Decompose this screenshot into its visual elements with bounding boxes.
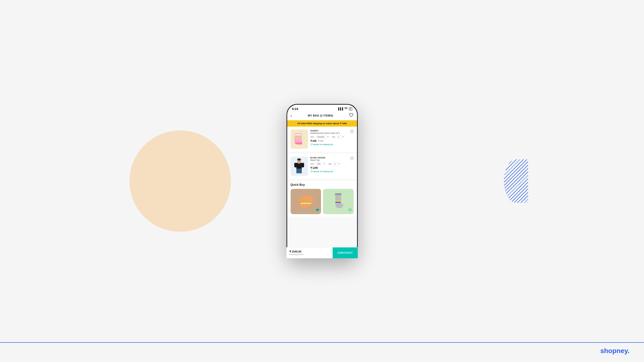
item-1-price: ₹ 246	[310, 140, 316, 142]
bg-circle	[130, 131, 231, 232]
qty-label-1: Qty:	[332, 136, 336, 138]
size-select-wrapper-1[interactable]: Onesize ▾	[316, 135, 328, 138]
quick-buy-grid	[290, 189, 354, 214]
wishlist-btn-1[interactable]: MOVE TO WISHLIST	[310, 144, 354, 146]
item-2-price: ₹ 1299	[310, 167, 318, 169]
checkout-button[interactable]: CHECKOUT	[333, 247, 357, 258]
signal-icon: ▐▐▐	[338, 107, 343, 110]
svg-rect-17	[335, 193, 342, 195]
total-tax-note: (Including taxes)	[290, 253, 330, 255]
svg-rect-2	[295, 136, 301, 137]
qty-select-1[interactable]: 1 2 3	[337, 135, 342, 138]
page-title: MY BAG (2 ITEMS)	[308, 114, 333, 117]
svg-rect-8	[296, 163, 302, 169]
qty-chevron-1: ▾	[342, 136, 344, 138]
size-select-wrapper-2[interactable]: 2XL S M L XL ▾	[316, 162, 325, 166]
battery-icon: 6	[349, 107, 352, 110]
size-chevron-1: ▾	[328, 136, 328, 138]
shipping-banner: All India FREE shipping on orders above …	[287, 120, 357, 127]
size-chevron-2: ▾	[324, 163, 325, 165]
bottom-line	[0, 342, 644, 343]
qty-select-2[interactable]: 1 2 3	[333, 162, 338, 166]
status-time: 9:24	[292, 107, 298, 111]
wifi-icon	[344, 107, 348, 110]
item-2-details: BARE DENIM Black Top Size: 2XL S M L XL	[310, 157, 354, 173]
phone-screen: 9:24 ▐▐▐ 6 ‹ MY BAG (2 ITEMS)	[287, 105, 357, 258]
cart-item-2: BARE DENIM Black Top Size: 2XL S M L XL	[287, 154, 357, 181]
meta-divider-2: |	[326, 163, 327, 165]
item-image-2	[290, 157, 308, 176]
phone-frame: 9:24 ▐▐▐ 6 ‹ MY BAG (2 ITEMS)	[286, 104, 358, 258]
quick-buy-item-1[interactable]	[290, 189, 321, 214]
item-1-brand: HONEY	[310, 130, 354, 132]
svg-rect-15	[335, 200, 341, 202]
item-1-details: HONEY Multicoloured Socks Pack Of 3 Size…	[310, 130, 354, 146]
size-label-2: Size:	[310, 163, 315, 165]
item-2-name: Black Top	[310, 159, 354, 161]
svg-rect-3	[295, 137, 301, 138]
item-1-price-row: ₹ 246 ₹ 329	[310, 140, 354, 142]
item-1-name: Multicoloured Socks Pack Of 3	[310, 132, 354, 134]
svg-rect-9	[294, 163, 297, 167]
cart-content[interactable]: HONEY Multicoloured Socks Pack Of 3 Size…	[287, 127, 357, 258]
svg-rect-11	[298, 162, 300, 164]
svg-rect-1	[295, 134, 301, 135]
status-icons: ▐▐▐ 6	[338, 107, 352, 110]
quick-buy-item-2[interactable]	[323, 189, 354, 214]
svg-rect-12	[296, 169, 302, 173]
delete-btn-1[interactable]	[350, 130, 354, 134]
total-section: ₹ 1545.00 (Including taxes)	[287, 250, 333, 255]
size-select-2[interactable]: 2XL S M L XL	[316, 162, 324, 166]
size-label-1: Size:	[310, 136, 315, 138]
size-select-1[interactable]: Onesize	[316, 135, 327, 138]
bottom-bar: ₹ 1545.00 (Including taxes) CHECKOUT	[287, 247, 357, 258]
bg-stripes	[504, 160, 528, 203]
wishlist-btn-2[interactable]: MOVE TO WISHLIST	[310, 171, 354, 173]
cart-item-1: HONEY Multicoloured Socks Pack Of 3 Size…	[287, 127, 357, 154]
header: ‹ MY BAG (2 ITEMS)	[287, 112, 357, 120]
meta-divider-1: |	[330, 136, 330, 138]
item-1-meta: Size: Onesize ▾ | Qty: 1 2	[310, 135, 354, 138]
svg-point-7	[297, 159, 301, 161]
item-2-price-row: ₹ 1299	[310, 167, 354, 169]
qty-label-2: Qty:	[328, 163, 332, 165]
total-amount: ₹ 1545.00	[290, 250, 330, 253]
svg-rect-16	[335, 202, 341, 203]
status-bar: 9:24 ▐▐▐ 6	[287, 105, 357, 112]
wishlist-btn-2-label: MOVE TO WISHLIST	[314, 171, 333, 173]
qb-heart-2[interactable]	[348, 208, 352, 212]
qty-chevron-2: ▾	[339, 163, 340, 165]
qty-select-wrapper-1[interactable]: 1 2 3 ▾	[337, 135, 344, 138]
item-2-meta: Size: 2XL S M L XL ▾ | Qty	[310, 162, 354, 166]
wishlist-btn-1-label: MOVE TO WISHLIST	[314, 144, 333, 146]
svg-rect-5	[294, 140, 302, 141]
svg-rect-10	[302, 163, 304, 167]
item-image-1	[290, 130, 308, 149]
delete-btn-2[interactable]	[350, 157, 354, 161]
quick-buy-title: Quick Buy	[290, 183, 354, 186]
quick-buy-section: Quick Buy	[287, 181, 357, 216]
qty-select-wrapper-2[interactable]: 1 2 3 ▾	[333, 162, 340, 166]
item-1-original-price: ₹ 329	[318, 140, 324, 142]
item-2-brand: BARE DENIM	[310, 157, 354, 159]
back-button[interactable]: ‹	[290, 113, 292, 118]
qb-heart-1[interactable]	[316, 208, 319, 212]
shopney-logo: shopney.	[600, 347, 630, 355]
wishlist-icon[interactable]	[349, 113, 354, 118]
